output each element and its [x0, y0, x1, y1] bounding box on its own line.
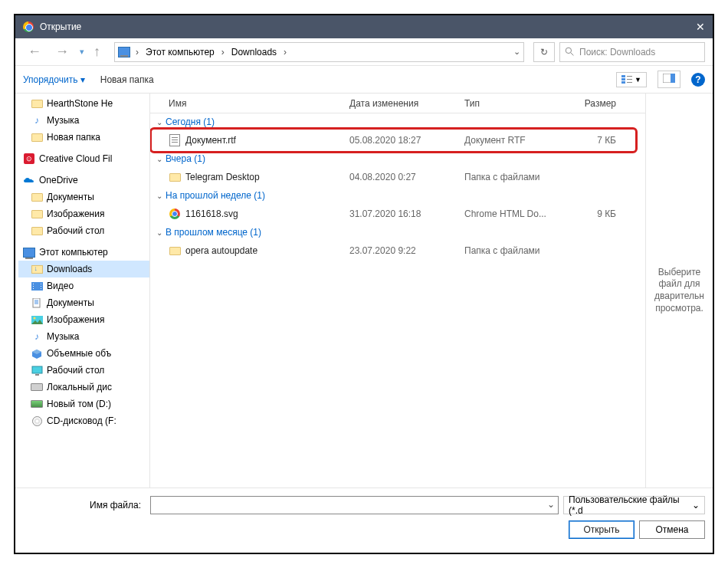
titlebar[interactable]: Открытие ✕: [15, 15, 713, 38]
chrome-icon: [23, 21, 34, 32]
cd-icon: [32, 416, 42, 426]
tree-od-images[interactable]: Изображения: [18, 205, 149, 222]
crumb-this-pc[interactable]: Этот компьютер: [144, 47, 216, 57]
preview-pane-icon: [663, 74, 675, 83]
svg-rect-6: [621, 81, 625, 84]
svg-rect-5: [627, 79, 632, 80]
navigation-bar: ← → ▾ ↑ Этот компьютер Downloads ⌄ ↻ Пои…: [15, 38, 713, 66]
tree-od-documents[interactable]: Документы: [18, 189, 149, 205]
chevron-down-icon: ⌄: [692, 500, 700, 511]
new-folder-button[interactable]: Новая папка: [100, 74, 154, 85]
chevron-down-icon: ⌄: [156, 192, 162, 200]
svg-rect-11: [33, 284, 34, 284]
tree-this-pc[interactable]: Этот компьютер: [18, 244, 149, 261]
filename-input[interactable]: ⌄: [150, 496, 559, 514]
svg-rect-7: [627, 82, 632, 83]
pc-icon: [23, 248, 35, 258]
music-icon: ♪: [31, 331, 43, 342]
window-title: Открытие: [40, 21, 696, 32]
file-row-document-rtf[interactable]: Документ.rtf 05.08.2020 18:27 Документ R…: [150, 130, 645, 150]
tree-new-volume[interactable]: Новый том (D:): [18, 396, 149, 412]
group-lastweek[interactable]: ⌄На прошлой неделе (1): [150, 187, 645, 204]
creative-cloud-icon: ⊙: [24, 153, 34, 164]
crumb-downloads[interactable]: Downloads: [230, 47, 278, 57]
drive-icon: [31, 383, 43, 391]
toolbar: Упорядочить ▾ Новая папка ▼ ?: [15, 66, 713, 94]
images-icon: [31, 315, 43, 325]
chevron-down-icon: ⌄: [156, 155, 162, 163]
svg-point-0: [566, 48, 571, 53]
tree-new-folder[interactable]: Новая папка: [18, 129, 149, 146]
svg-rect-23: [32, 366, 42, 373]
breadcrumb[interactable]: Этот компьютер Downloads ⌄: [114, 42, 524, 62]
group-lastmonth[interactable]: ⌄В прошлом месяце (1): [150, 224, 645, 241]
folder-icon: [169, 173, 181, 182]
tree-music2[interactable]: ♪Музыка: [18, 328, 149, 345]
preview-pane: Выберите файл для дварительн просмотра.: [645, 94, 713, 488]
back-button[interactable]: ←: [23, 41, 46, 63]
pc-icon: [118, 47, 130, 57]
rtf-file-icon: [169, 134, 180, 146]
folder-tree[interactable]: HearthStone He ♪Музыка Новая папка ⊙Crea…: [15, 94, 150, 488]
body-area: HearthStone He ♪Музыка Новая папка ⊙Crea…: [15, 94, 713, 488]
help-button[interactable]: ?: [691, 73, 705, 87]
search-input[interactable]: Поиск: Downloads: [559, 42, 705, 62]
chevron-down-icon[interactable]: ⌄: [547, 499, 555, 510]
breadcrumb-dropdown-icon[interactable]: ⌄: [513, 47, 520, 57]
filetype-filter[interactable]: Пользовательские файлы (*.d⌄: [563, 496, 705, 514]
tree-music[interactable]: ♪Музыка: [18, 112, 149, 129]
refresh-button[interactable]: ↻: [533, 42, 555, 62]
cancel-button[interactable]: Отмена: [639, 520, 705, 539]
tree-od-desktop[interactable]: Рабочий стол: [18, 222, 149, 239]
header-size[interactable]: Размер: [569, 98, 622, 109]
svg-point-22: [33, 317, 35, 319]
group-today[interactable]: ⌄Сегодня (1): [150, 113, 645, 130]
close-icon[interactable]: ✕: [696, 21, 705, 33]
tree-desktop[interactable]: Рабочий стол: [18, 362, 149, 379]
svg-rect-13: [33, 288, 34, 289]
tree-hearthstone[interactable]: HearthStone He: [18, 95, 149, 112]
tree-documents[interactable]: Документы: [18, 294, 149, 311]
header-type[interactable]: Тип: [458, 98, 569, 109]
view-mode-button[interactable]: ▼: [616, 72, 647, 87]
video-icon: [31, 281, 43, 291]
group-yesterday[interactable]: ⌄Вчера (1): [150, 150, 645, 167]
drive-icon: [31, 400, 43, 408]
desktop-icon: [31, 366, 43, 376]
svg-rect-4: [621, 78, 625, 80]
organize-button[interactable]: Упорядочить ▾: [23, 74, 85, 85]
header-name[interactable]: Имя: [150, 98, 343, 109]
file-open-dialog: Открытие ✕ ← → ▾ ↑ Этот компьютер Downlo…: [14, 14, 714, 554]
svg-rect-3: [627, 76, 632, 77]
file-row-opera[interactable]: opera autoupdate 23.07.2020 9:22 Папка с…: [150, 241, 645, 261]
svg-line-1: [571, 53, 574, 56]
footer: Имя файла: ⌄ Пользовательские файлы (*.d…: [15, 488, 713, 553]
svg-rect-2: [621, 75, 625, 77]
file-row-svg[interactable]: 1161618.svg 31.07.2020 16:18 Chrome HTML…: [150, 204, 645, 224]
chevron-down-icon: ⌄: [156, 228, 162, 237]
tree-downloads[interactable]: Downloads: [18, 261, 149, 277]
column-headers[interactable]: Имя Дата изменения Тип Размер: [150, 94, 645, 113]
header-date[interactable]: Дата изменения: [343, 98, 458, 109]
chrome-icon: [169, 208, 180, 219]
tree-cd-drive[interactable]: CD-дисковод (F:: [18, 412, 149, 429]
folder-icon: [169, 247, 181, 255]
file-row-telegram-desktop[interactable]: Telegram Desktop 04.08.2020 0:27 Папка с…: [150, 167, 645, 187]
preview-toggle-button[interactable]: [657, 71, 680, 88]
open-button[interactable]: Открыть: [569, 520, 635, 539]
chevron-down-icon: ⌄: [156, 118, 162, 126]
downloads-icon: [31, 265, 43, 274]
tree-onedrive[interactable]: OneDrive: [18, 172, 149, 189]
recent-dropdown[interactable]: ▾: [78, 47, 84, 57]
tree-local-disk[interactable]: Локальный дис: [18, 379, 149, 396]
preview-placeholder: Выберите файл для дварительн просмотра.: [651, 267, 708, 314]
forward-button[interactable]: →: [51, 41, 74, 63]
up-button[interactable]: ↑: [89, 41, 105, 63]
filename-label: Имя файла:: [23, 500, 146, 511]
svg-rect-12: [33, 286, 34, 287]
tree-video[interactable]: Видео: [18, 277, 149, 294]
tree-3d-objects[interactable]: Объемные объ: [18, 345, 149, 362]
tree-creative-cloud[interactable]: ⊙Creative Cloud Fil: [18, 150, 149, 167]
tree-images[interactable]: Изображения: [18, 311, 149, 328]
svg-rect-15: [41, 286, 41, 287]
